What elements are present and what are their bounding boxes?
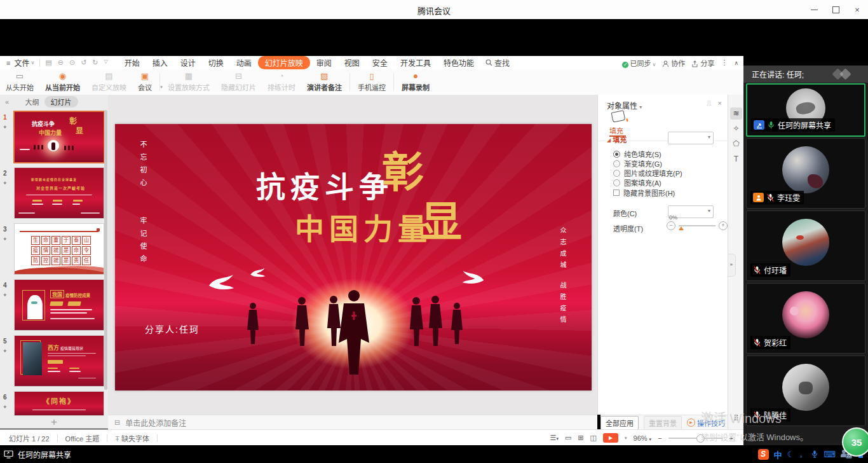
ribbon-from-current[interactable]: ◉从当前开始 [39,70,86,94]
participant-tile-sharer[interactable]: 任珂的屏幕共享 [746,83,865,137]
sorter-view-icon[interactable]: ⊞ [578,434,583,442]
read-view-icon[interactable]: ◫ [590,434,597,442]
zoom-out-icon[interactable]: − [658,434,661,442]
tab-view[interactable]: 视图 [338,56,366,69]
zoom-level[interactable]: 96% ▾ [634,434,652,442]
slide-canvas: 不忘初心 牢记使命 抗疫斗争 彰 中国力量 显 [108,95,597,415]
properties-icon[interactable]: ≋ [730,107,742,120]
close-button[interactable]: × [846,0,868,19]
tips-link[interactable]: ▶ 操作技巧 [687,418,725,428]
layout-grid-icon[interactable]: ⠿ [730,413,742,425]
ribbon-meeting[interactable]: ▣会议▾ [132,70,158,94]
play-caret-icon[interactable]: ▾ [625,436,627,441]
ribbon-screen-record[interactable]: ⏺屏幕录制 [396,70,435,94]
thumbnail-slide-3[interactable]: 生命重于泰山 疫情就是命令 防控就是责任 [14,223,104,275]
tab-features[interactable]: 特色功能 [437,56,480,69]
participant-tile[interactable]: 贺彩红 [746,283,865,354]
radio-pattern-fill[interactable]: 图案填充(A) [613,177,661,188]
reset-background-button[interactable]: 重置背景 [644,416,682,430]
mic-muted-icon [753,266,761,275]
sync-status[interactable]: ✓已同步∨ [622,58,656,68]
thumbnail-slide-6[interactable]: 《同袍》 [14,391,104,416]
checkbox-hide-background[interactable]: 隐藏背景图形(H) [613,188,675,198]
pin-icon[interactable]: ⎍ [707,99,712,107]
slide-number: 1 [3,114,12,121]
moon-icon[interactable]: ☾ [787,450,795,459]
undo-icon[interactable]: ↺ [81,59,86,67]
print-icon[interactable]: ⊖ [58,59,64,67]
more-menu-icon[interactable]: ⋮ [721,59,728,67]
plus-icon[interactable]: + [719,221,728,230]
theme-name[interactable]: Office 主题 [65,433,100,443]
sogou-icon[interactable]: S [758,449,769,460]
maximize-button[interactable] [825,0,846,19]
slideshow-play-button[interactable]: ▶ [603,433,618,443]
participant-tile[interactable]: 付玗璠 [746,211,865,281]
radio-picture-fill[interactable]: 图片或纹理填充(P) [613,168,682,178]
thumb3-row3: 防控就是责任 [31,256,91,265]
keyboard-icon[interactable]: ⌨ [824,450,836,459]
notes-bar[interactable]: ⊟ 单击此处添加备注 [108,415,597,430]
taskbar-share-item[interactable]: 任珂的屏幕共享 [4,445,71,463]
redo-icon[interactable]: ↻ [92,59,98,67]
current-slide[interactable]: 不忘初心 牢记使命 抗疫斗争 彰 中国力量 显 [115,124,592,390]
missing-font-warning[interactable]: Ŧ 缺失字体 [115,433,149,443]
more-tools-icon[interactable]: ▽ [104,59,108,67]
collapse-ribbon-icon[interactable]: ∧ [734,60,738,66]
thumbnail-slide-4[interactable]: 我国 疫情防控成果 [14,279,104,331]
thumbnail-slide-1[interactable]: 抗疫斗争 彰 中国力量 显 [13,111,105,163]
share-button[interactable]: 分享 [691,58,714,68]
panel-collapse-handle[interactable]: ▸ [728,254,736,277]
slider-thumb[interactable] [679,226,684,230]
fill-preset-combobox[interactable] [668,132,714,144]
thumbnail-scrollbar[interactable] [104,110,107,390]
participant-tile[interactable]: 陆腾佳 [746,356,865,426]
save-icon[interactable]: ▤ [45,59,51,67]
shapes-icon[interactable]: ⬠ [730,138,742,150]
find-button[interactable]: 查找 [485,57,510,68]
sync-icon: ✓ [622,62,628,68]
apply-all-button[interactable]: 全部应用 [600,416,639,430]
slide-vertical-right-1: 众志成城 [558,227,567,273]
tab-security[interactable]: 安全 [366,56,394,69]
radio-solid-fill[interactable]: 纯色填充(S) [613,149,661,159]
mic-tray-icon[interactable] [811,450,818,459]
punctuation-indicator[interactable]: ， [799,450,806,459]
participant-count-badge[interactable]: 35 [842,427,868,457]
hamburger-icon[interactable]: ≡ [6,59,10,67]
tab-review[interactable]: 审阅 [310,56,338,69]
zoom-knob[interactable] [696,434,705,443]
ribbon-from-beginning[interactable]: ▭从头开始 [0,70,39,94]
thumbnail-slide-2[interactable]: 新型肺炎疫情仍在全球暴发 对全世界是一次严峻考验 [14,167,104,219]
alpha-slider[interactable]: − + [667,221,728,230]
status-menu-icon[interactable]: ☰▾ [550,434,559,442]
close-panel-icon[interactable]: × [718,99,722,107]
participant-tile[interactable]: 李珏雯 [746,138,865,209]
tab-animation[interactable]: 动画 [230,56,258,69]
thumbnail-slide-5[interactable]: 西方 疫情蔓延现状 [14,335,104,387]
zoom-in-icon[interactable]: + [729,434,733,442]
minimize-button[interactable] [803,0,825,19]
ribbon-phone-remote[interactable]: ▯手机遥控 [352,70,391,94]
add-slide-button[interactable]: + [0,416,108,429]
text-tool-icon[interactable]: T [730,153,742,165]
zoom-slider[interactable] [668,438,723,439]
tab-home[interactable]: 开始 [118,56,146,69]
collab-button[interactable]: 协作 [662,58,685,68]
minus-icon[interactable]: − [667,221,675,230]
tab-design[interactable]: 设计 [174,56,202,69]
tab-devtools[interactable]: 开发工具 [394,56,437,69]
ribbon-speaker-notes[interactable]: ▧演讲者备注 [301,70,348,94]
tab-slides[interactable]: 幻灯片 [44,96,78,107]
tab-transition[interactable]: 切换 [202,56,230,69]
file-menu[interactable]: 文件 [14,57,29,68]
effects-star-icon[interactable]: ✧ [730,123,742,135]
preview-icon[interactable]: ⊙ [69,59,75,67]
radio-gradient-fill[interactable]: 渐变填充(G) [613,158,662,169]
normal-view-icon[interactable]: ▭ [565,434,571,442]
ime-chinese-indicator[interactable]: 中 [774,448,782,460]
fill-section-header[interactable]: ◢填充 [607,134,627,144]
tab-slideshow[interactable]: 幻灯片放映 [258,56,310,69]
tab-outline[interactable]: 大纲 [25,97,39,107]
tab-insert[interactable]: 插入 [146,56,174,69]
